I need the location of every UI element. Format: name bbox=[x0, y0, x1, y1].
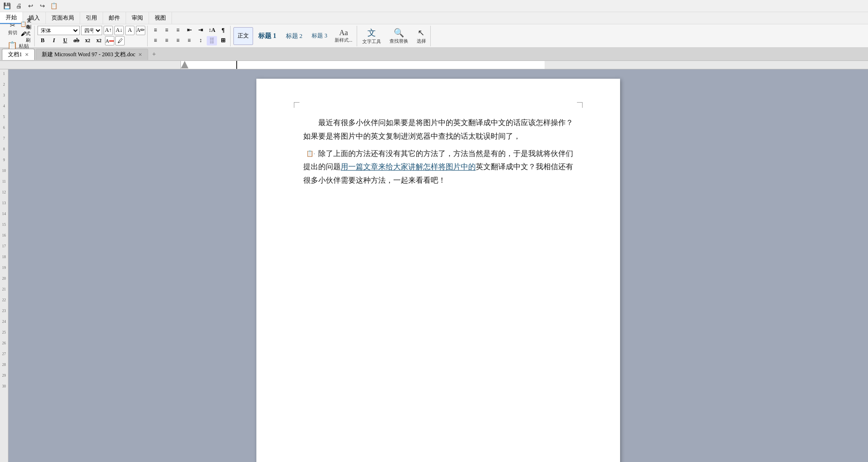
borders-button[interactable]: ⊞ bbox=[218, 36, 228, 45]
highlight2-button[interactable]: 🖊 bbox=[115, 36, 125, 45]
select-button[interactable]: ↖ 选择 bbox=[414, 27, 428, 45]
paragraph-group: ≡ ≡ ≡ ⇤ ⇥ ↕A ¶ ≡ ≡ ≡ ≡ ↕ ░ ⊞ bbox=[149, 26, 231, 46]
document-page[interactable]: 最近有很多小伙伴问如果要是将图片中的英文翻译成中文的话应该怎样操作？如果要是将图… bbox=[256, 79, 620, 462]
print-button[interactable]: 🖨 bbox=[14, 1, 24, 11]
align-center-button[interactable]: ≡ bbox=[162, 36, 172, 45]
indent-decrease-button[interactable]: ⇤ bbox=[184, 26, 195, 35]
style-h2[interactable]: 标题 2 bbox=[282, 27, 307, 45]
font-shrink-button[interactable]: A↓ bbox=[114, 26, 124, 35]
ruler-active-area: // ticks drawn inline via SVG |4|2|2|4|6… bbox=[180, 61, 544, 69]
document-area[interactable]: 最近有很多小伙伴问如果要是将图片中的英文翻译成中文的话应该怎样操作？如果要是将图… bbox=[8, 69, 868, 462]
tab-view[interactable]: 视图 bbox=[149, 12, 172, 24]
find-replace-button[interactable]: 🔍 查找替换 bbox=[387, 27, 411, 45]
text-tools-group: 文 文字工具 🔍 查找替换 ↖ 选择 bbox=[358, 26, 431, 46]
subscript-button[interactable]: x2 bbox=[94, 36, 104, 45]
tab-mailings[interactable]: 邮件 bbox=[103, 12, 126, 24]
undo-button[interactable]: ↩ bbox=[25, 1, 36, 11]
numbering-button[interactable]: ≡ bbox=[162, 26, 172, 35]
new-style-button[interactable]: Aa 新样式... bbox=[332, 27, 355, 45]
underline-button[interactable]: U bbox=[60, 36, 70, 45]
strikethrough-button[interactable]: ab bbox=[71, 36, 82, 45]
save-button[interactable]: 💾 bbox=[2, 1, 12, 11]
align-left-button[interactable]: ≡ bbox=[150, 36, 161, 45]
document-tabs: 文档1 ✕ 新建 Microsoft Word 97 - 2003 文档.doc… bbox=[0, 48, 868, 61]
scissors-icon: ✂ bbox=[10, 22, 15, 30]
text-icon: 文 bbox=[367, 27, 376, 38]
superscript-button[interactable]: x2 bbox=[82, 36, 93, 45]
tab-doc1-close[interactable]: ✕ bbox=[25, 52, 29, 57]
style-h1[interactable]: 标题 1 bbox=[254, 27, 281, 45]
italic-button[interactable]: I bbox=[49, 36, 59, 45]
svg-rect-0 bbox=[181, 61, 545, 69]
bullets-button[interactable]: ≡ bbox=[150, 26, 161, 35]
ribbon-tabs: 开始 插入 页面布局 引用 邮件 审阅 视图 bbox=[0, 12, 868, 24]
clipboard-group: ✂ 剪切 📋 复制 🖌 格式刷 📋 粘贴 bbox=[2, 26, 35, 46]
find-replace-label: 查找替换 bbox=[389, 38, 408, 45]
cut-button[interactable]: ✂ 剪切 bbox=[6, 20, 20, 38]
styles-group: 正文 标题 1 标题 2 标题 3 Aa 新样式... bbox=[232, 26, 357, 46]
font-group: 宋体 四号 A↑ A↓ A A✏ B I U ab x2 x2 A 🖊 bbox=[36, 26, 148, 46]
tab-doc2-close[interactable]: ✕ bbox=[138, 52, 142, 57]
line-spacing-button[interactable]: ↕ bbox=[195, 36, 206, 45]
tab-doc2-label: 新建 Microsoft Word 97 - 2003 文档.doc bbox=[42, 51, 135, 59]
document-content[interactable]: 最近有很多小伙伴问如果要是将图片中的英文翻译成中文的话应该怎样操作？如果要是将图… bbox=[303, 116, 573, 187]
font-name-select[interactable]: 宋体 bbox=[37, 26, 80, 35]
multilevel-button[interactable]: ≡ bbox=[173, 26, 183, 35]
new-style-label: 新样式... bbox=[335, 37, 352, 44]
indent-increase-button[interactable]: ⇥ bbox=[195, 26, 206, 35]
text-tool-button[interactable]: 文 文字工具 bbox=[360, 27, 383, 45]
para-row1: ≡ ≡ ≡ ⇤ ⇥ ↕A ¶ bbox=[150, 26, 228, 35]
align-right-button[interactable]: ≡ bbox=[173, 36, 183, 45]
show-marks-button[interactable]: ¶ bbox=[218, 26, 228, 35]
bold-button[interactable]: B bbox=[37, 36, 48, 45]
tab-references[interactable]: 引用 bbox=[80, 12, 103, 24]
paragraph-2-highlight: 用一篇文章来给大家讲解怎样将图片中的 bbox=[341, 163, 476, 171]
font-color2-button[interactable]: A bbox=[105, 36, 114, 45]
ribbon-row1: ✂ 剪切 📋 复制 🖌 格式刷 📋 粘贴 宋体 四号 A↑ bbox=[0, 24, 868, 48]
corner-mark-tr bbox=[577, 102, 583, 108]
style-icon: Aa bbox=[339, 29, 348, 37]
paste-margin-icon[interactable]: 📋· bbox=[291, 148, 315, 159]
select-label: 选择 bbox=[417, 38, 426, 45]
font-format-row: B I U ab x2 x2 A 🖊 bbox=[37, 36, 125, 45]
sort-button[interactable]: ↕A bbox=[207, 26, 217, 35]
horizontal-ruler: // ticks drawn inline via SVG |4|2|2|4|6… bbox=[0, 61, 868, 69]
style-normal[interactable]: 正文 bbox=[233, 27, 253, 45]
tab-doc1[interactable]: 文档1 ✕ bbox=[2, 49, 35, 60]
highlight-button[interactable]: A✏ bbox=[136, 26, 145, 35]
tab-page-layout[interactable]: 页面布局 bbox=[46, 12, 80, 24]
paragraph-1-text: 最近有很多小伙伴问如果要是将图片中的英文翻译成中文的话应该怎样操作？如果要是将图… bbox=[303, 119, 573, 140]
font-controls-row1: 宋体 四号 A↑ A↓ A A✏ bbox=[37, 26, 145, 35]
cursor-icon: ↖ bbox=[418, 28, 425, 38]
tab-doc2[interactable]: 新建 Microsoft Word 97 - 2003 文档.doc ✕ bbox=[36, 49, 148, 60]
cut-label: 剪切 bbox=[8, 30, 17, 36]
tab-review[interactable]: 审阅 bbox=[126, 12, 149, 24]
font-size-select[interactable]: 四号 bbox=[81, 26, 102, 35]
clipboard-button[interactable]: 📋 bbox=[49, 1, 59, 11]
corner-mark-tl bbox=[294, 102, 299, 108]
justify-button[interactable]: ≡ bbox=[184, 36, 195, 45]
paragraph-1[interactable]: 最近有很多小伙伴问如果要是将图片中的英文翻译成中文的话应该怎样操作？如果要是将图… bbox=[303, 116, 573, 143]
style-h3[interactable]: 标题 3 bbox=[307, 27, 331, 45]
paragraph-2[interactable]: 📋· 除了上面的方法还有没有其它的方法了，方法当然是有的，于是我就将伙伴们提出的… bbox=[303, 147, 573, 187]
quick-access-toolbar: 💾 🖨 ↩ ↪ 📋 bbox=[0, 0, 868, 12]
para-row2: ≡ ≡ ≡ ≡ ↕ ░ ⊞ bbox=[150, 36, 228, 45]
vertical-ruler: 1 2 3 4 5 6 7 8 9 10 11 12 13 14 15 16 1… bbox=[0, 69, 8, 462]
text-tool-label: 文字工具 bbox=[362, 38, 381, 45]
search-icon: 🔍 bbox=[394, 28, 404, 38]
font-color-button[interactable]: A bbox=[125, 26, 135, 35]
redo-button[interactable]: ↪ bbox=[37, 1, 47, 11]
shading-button[interactable]: ░ bbox=[207, 36, 217, 45]
tab-doc1-label: 文档1 bbox=[8, 51, 22, 59]
main-area: 1 2 3 4 5 6 7 8 9 10 11 12 13 14 15 16 1… bbox=[0, 69, 868, 462]
new-tab-button[interactable]: + bbox=[149, 49, 159, 60]
font-grow-button[interactable]: A↑ bbox=[104, 26, 113, 35]
format-painter-button[interactable]: 🖌 格式刷 bbox=[21, 29, 31, 38]
